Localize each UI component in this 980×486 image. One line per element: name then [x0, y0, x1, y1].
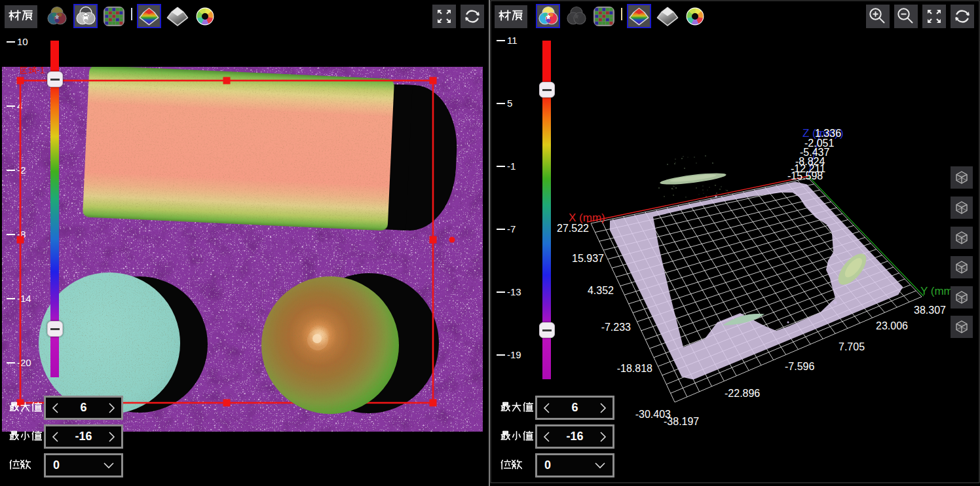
svg-text:-22.896: -22.896 [725, 388, 760, 399]
svg-text:-18.818: -18.818 [617, 363, 652, 374]
svg-text:27.522: 27.522 [557, 223, 589, 234]
svg-text:23.006: 23.006 [876, 320, 908, 331]
svg-text:15.937: 15.937 [572, 253, 604, 264]
svg-text:-7.596: -7.596 [785, 361, 814, 372]
svg-text:38.307: 38.307 [914, 305, 946, 316]
svg-text:-15.598: -15.598 [787, 170, 823, 181]
svg-text:4.352: 4.352 [588, 285, 614, 296]
svg-text:-38.197: -38.197 [664, 416, 699, 427]
svg-text:7.705: 7.705 [839, 341, 865, 352]
svg-text:-7.233: -7.233 [601, 322, 631, 333]
